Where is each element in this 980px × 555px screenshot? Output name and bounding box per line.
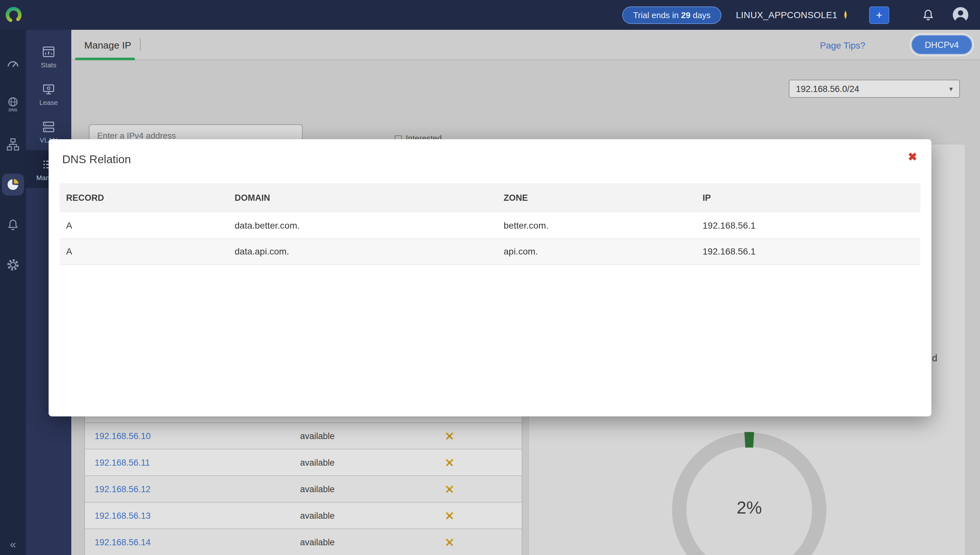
clipped-card-text: d	[932, 353, 937, 363]
icon-sidebar: DNS	[0, 30, 26, 555]
gauge-value-label: 2%	[684, 498, 814, 518]
notifications-bell-icon[interactable]	[922, 8, 935, 22]
dns-relation-table: RECORDDOMAINZONEIP Adata.better.com.bett…	[60, 183, 920, 265]
tools-icon[interactable]	[445, 511, 522, 520]
tab-strip: Manage IP Page Tips? DHCPv4	[71, 30, 980, 60]
dns-relation-cell: 192.168.56.1	[696, 238, 920, 264]
dns-relation-cell: better.com.	[497, 212, 696, 238]
dns-relation-row: Adata.api.com.api.com.192.168.56.1	[60, 238, 920, 264]
dashboard-icon	[6, 57, 20, 71]
sidebar-item-lease[interactable]: Lease	[26, 75, 71, 113]
trial-prefix: Trial ends in	[633, 10, 681, 20]
subnet-dropdown-value: 192.168.56.0/24	[796, 84, 859, 93]
modal-column-header: IP	[696, 183, 920, 212]
ip-address-link[interactable]: 192.168.56.14	[85, 537, 300, 547]
pray-icon	[841, 10, 850, 20]
ip-table: 192.168.56.10available192.168.56.11avail…	[84, 416, 522, 555]
dhcpv4-button[interactable]: DHCPv4	[911, 35, 972, 55]
trial-days: 29	[681, 10, 690, 20]
sidebar-item-reports[interactable]	[0, 165, 26, 205]
sidebar-item-alerts[interactable]	[0, 205, 26, 245]
topbar: Trial ends in 29 days LINUX_APPCONSOLE1 …	[0, 0, 980, 30]
ip-address-link[interactable]: 192.168.56.13	[85, 511, 300, 520]
dns-relation-modal: DNS Relation ✖ RECORDDOMAINZONEIP Adata.…	[48, 139, 932, 416]
dns-relation-cell: data.better.com.	[228, 212, 497, 238]
user-avatar[interactable]	[951, 6, 970, 24]
tools-icon-glyph	[445, 457, 454, 467]
sidebar-item-dashboard[interactable]	[0, 44, 26, 84]
trial-badge[interactable]: Trial ends in 29 days	[622, 6, 722, 24]
modal-title: DNS Relation	[62, 153, 131, 167]
gauge-track-arc	[679, 440, 819, 555]
sidebar-item-ipam[interactable]	[0, 124, 26, 165]
sidebar-label: Lease	[39, 98, 58, 106]
sidebar-item-admin[interactable]	[0, 245, 26, 285]
ip-table-row: 192.168.56.13available	[85, 502, 522, 529]
ip-table-row: 192.168.56.14available	[85, 529, 522, 555]
sidebar-label: Stats	[41, 61, 56, 68]
tools-icon[interactable]	[445, 537, 522, 547]
modal-column-header: DOMAIN	[228, 183, 497, 212]
sidebar-collapse-button[interactable]: «	[0, 538, 26, 551]
page-tips-link[interactable]: Page Tips?	[820, 40, 865, 51]
pie-chart-icon	[6, 178, 20, 192]
sidebar-item-stats[interactable]: Stats	[26, 38, 71, 75]
tools-icon-glyph	[445, 537, 454, 547]
ip-status: available	[300, 484, 445, 494]
modal-table-header-row: RECORDDOMAINZONEIP	[60, 183, 920, 212]
dns-relation-cell: A	[60, 238, 228, 264]
chevron-down-icon: ▾	[949, 85, 953, 93]
utilization-gauge	[665, 425, 834, 555]
tools-icon[interactable]	[445, 484, 522, 494]
add-button[interactable]: +	[869, 6, 889, 24]
ip-status: available	[300, 537, 445, 547]
ip-status: available	[300, 431, 445, 441]
partial-table-row	[85, 416, 522, 423]
tools-icon-glyph	[445, 484, 454, 494]
tools-icon-glyph	[445, 511, 454, 520]
lease-monitor-icon	[42, 82, 56, 96]
dns-relation-cell: data.api.com.	[228, 238, 497, 264]
tools-icon[interactable]	[445, 457, 522, 467]
tools-icon-glyph	[445, 431, 454, 441]
svg-text:DNS: DNS	[8, 107, 18, 112]
ip-status: available	[300, 511, 445, 520]
ip-address-link[interactable]: 192.168.56.10	[85, 431, 300, 441]
stats-icon	[42, 44, 56, 59]
ip-table-rows: 192.168.56.10available192.168.56.11avail…	[85, 423, 522, 555]
tools-icon[interactable]	[445, 431, 522, 441]
dns-relation-cell: A	[60, 212, 228, 238]
active-tab-underline	[75, 58, 135, 60]
trial-suffix: days	[690, 10, 710, 20]
modal-table-body: Adata.better.com.better.com.192.168.56.1…	[60, 212, 920, 264]
tab-divider	[140, 38, 141, 51]
modal-column-header: ZONE	[497, 183, 696, 212]
gear-icon	[6, 258, 20, 272]
vlan-stack-icon	[42, 119, 56, 134]
active-icon-highlight	[2, 173, 24, 196]
hostname: LINUX_APPCONSOLE1	[736, 10, 850, 20]
dns-globe-icon: DNS	[6, 96, 20, 112]
logo-swirl-icon	[5, 6, 23, 24]
ip-table-row: 192.168.56.11available	[85, 449, 522, 476]
app-logo[interactable]	[5, 6, 23, 24]
ip-table-row: 192.168.56.10available	[85, 423, 522, 449]
dns-relation-row: Adata.better.com.better.com.192.168.56.1	[60, 212, 920, 238]
close-icon[interactable]: ✖	[908, 152, 917, 162]
dns-relation-cell: 192.168.56.1	[696, 212, 920, 238]
ip-address-link[interactable]: 192.168.56.12	[85, 484, 300, 494]
tab-manage-ip[interactable]: Manage IP	[79, 30, 137, 60]
ipam-hierarchy-icon	[6, 137, 20, 152]
app-root: Trial ends in 29 days LINUX_APPCONSOLE1 …	[0, 0, 980, 555]
ip-status: available	[300, 457, 445, 467]
hostname-text: LINUX_APPCONSOLE1	[736, 10, 837, 20]
ip-address-link[interactable]: 192.168.56.11	[85, 457, 300, 467]
dns-relation-cell: api.com.	[497, 238, 696, 264]
subnet-dropdown[interactable]: 192.168.56.0/24 ▾	[789, 80, 960, 98]
ip-table-row: 192.168.56.12available	[85, 476, 522, 502]
modal-column-header: RECORD	[60, 183, 228, 212]
bell-icon	[6, 218, 19, 232]
sidebar-item-dns[interactable]: DNS	[0, 84, 26, 124]
